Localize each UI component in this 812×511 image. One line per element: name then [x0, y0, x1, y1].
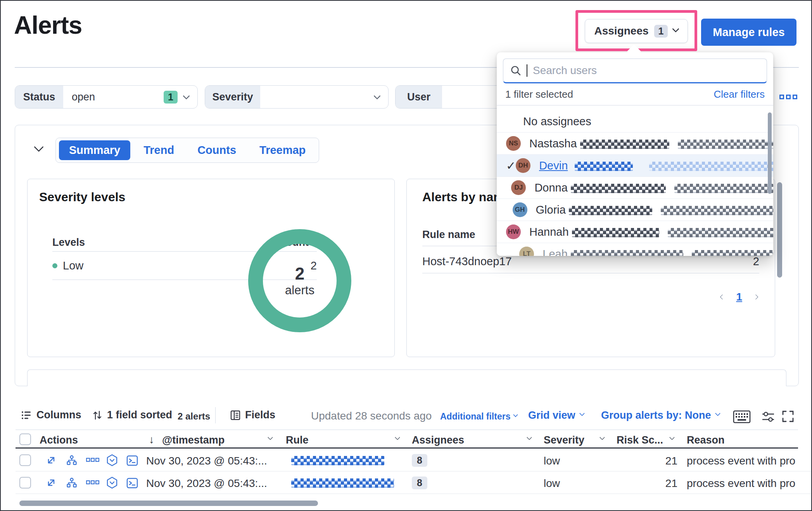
col-header-risk-score[interactable]: Risk Sc...: [617, 434, 663, 446]
keyboard-shortcuts-icon[interactable]: [733, 410, 751, 423]
redacted-name: [572, 228, 659, 237]
toolbar-divider: [215, 407, 216, 423]
tab-summary[interactable]: Summary: [59, 140, 130, 160]
rule-link-redacted[interactable]: [291, 456, 384, 465]
col-header-timestamp[interactable]: @timestamp: [162, 434, 225, 446]
option-user-hannah[interactable]: HW Hannah: [497, 221, 773, 243]
clear-filters-link[interactable]: Clear filters: [714, 88, 765, 100]
page-vertical-scrollbar[interactable]: [777, 182, 782, 278]
chevron-down-icon: [373, 92, 380, 99]
redacted-email: [668, 228, 773, 237]
col-header-reason: Reason: [687, 434, 725, 446]
reason-cell[interactable]: process event with pro: [687, 477, 795, 490]
search-users-input[interactable]: Search users: [503, 59, 767, 83]
assignees-count-cell[interactable]: 8: [412, 454, 427, 467]
analyze-event-icon[interactable]: [66, 454, 78, 466]
severity-levels-title: Severity levels: [39, 190, 125, 204]
search-placeholder: Search users: [533, 64, 597, 77]
collapse-chevron-icon[interactable]: [34, 142, 43, 152]
assignees-filter-button[interactable]: Assignees 1: [585, 19, 688, 43]
square-dot: [786, 95, 791, 99]
status-filter[interactable]: Status open 1: [15, 85, 198, 109]
grid-view-button[interactable]: Grid view: [528, 409, 584, 421]
tab-counts[interactable]: Counts: [187, 140, 246, 160]
user-first-name: Gloria: [536, 204, 566, 216]
text-cursor: [527, 64, 527, 77]
redacted-email: [692, 250, 773, 256]
view-tab-group: Summary Trend Counts Treemap: [55, 138, 319, 163]
columns-button[interactable]: Columns: [21, 409, 81, 421]
session-view-icon[interactable]: [106, 454, 118, 466]
page-number[interactable]: 1: [736, 291, 742, 303]
chevron-down-icon[interactable]: [268, 435, 273, 440]
square-dot: [793, 95, 797, 99]
square-dot: [779, 95, 784, 99]
inspect-controls-icon[interactable]: [762, 411, 775, 423]
group-alerts-by-button[interactable]: Group alerts by: None: [601, 409, 720, 421]
redacted-name: [575, 162, 633, 171]
session-view-icon[interactable]: [106, 476, 118, 489]
row-checkbox[interactable]: [19, 454, 31, 466]
fullscreen-icon[interactable]: [782, 410, 794, 423]
updated-timestamp: Updated 28 seconds ago: [311, 410, 432, 422]
more-filters-icon[interactable]: [779, 95, 797, 99]
reason-cell[interactable]: process event with pro: [687, 455, 795, 467]
donut-total-label: alerts: [285, 283, 314, 297]
assignees-count-cell[interactable]: 8: [412, 476, 427, 489]
terminal-icon[interactable]: [126, 477, 138, 489]
avatar: DH: [516, 158, 530, 173]
alerts-donut-chart: 2 alerts: [248, 229, 351, 332]
option-user-gloria[interactable]: GH Gloria: [497, 199, 773, 221]
columns-icon: [21, 410, 32, 421]
option-no-assignees[interactable]: No assignees: [497, 110, 773, 133]
expand-alert-icon[interactable]: [45, 477, 57, 489]
pagination: 1: [720, 291, 758, 303]
next-page-icon[interactable]: [753, 294, 758, 300]
popup-vertical-scrollbar[interactable]: [768, 112, 772, 194]
alert-count-label: 2 alerts: [178, 411, 210, 422]
filter-selected-summary: 1 filter selected: [505, 88, 573, 100]
option-user-devin[interactable]: ✓ DH Devin: [497, 155, 773, 177]
chevron-down-icon[interactable]: [395, 435, 400, 440]
chevron-down-icon[interactable]: [599, 435, 605, 440]
terminal-icon[interactable]: [126, 455, 138, 466]
table-horizontal-scrollbar[interactable]: [19, 501, 318, 506]
severity-cell: low: [544, 455, 560, 467]
col-header-assignees[interactable]: Assignees: [412, 434, 464, 446]
severity-levels-card: Severity levels Levels Count ↓ Low 2: [27, 179, 395, 357]
manage-rules-button[interactable]: Manage rules: [701, 19, 796, 46]
additional-filters-button[interactable]: Additional filters: [440, 411, 517, 422]
risk-score-cell: 21: [659, 455, 677, 467]
option-user-leah[interactable]: LT Leah: [497, 243, 773, 256]
row-checkbox[interactable]: [19, 477, 31, 489]
col-header-severity[interactable]: Severity: [544, 434, 584, 446]
option-user-nastasha[interactable]: NS Nastasha: [497, 133, 773, 155]
col-header-rule[interactable]: Rule: [286, 434, 309, 446]
fields-button[interactable]: Fields: [230, 409, 275, 421]
severity-filter[interactable]: Severity: [205, 85, 389, 109]
sorted-fields-button[interactable]: 1 field sorted: [92, 409, 172, 421]
tab-trend[interactable]: Trend: [133, 140, 184, 160]
previous-page-icon[interactable]: [720, 294, 725, 300]
chevron-down-icon[interactable]: [527, 435, 532, 440]
user-first-name[interactable]: Devin: [539, 159, 568, 172]
tab-treemap[interactable]: Treemap: [249, 140, 316, 160]
chevron-down-icon[interactable]: [669, 435, 675, 440]
avatar: DJ: [511, 180, 526, 195]
chevron-down-icon: [183, 92, 190, 99]
timestamp-cell: Nov 30, 2023 @ 05:43:...: [146, 477, 267, 490]
rule-name-cell[interactable]: Host-743dnoep17: [422, 255, 512, 268]
expand-alert-icon[interactable]: [45, 454, 57, 466]
select-all-checkbox[interactable]: [19, 433, 31, 445]
fields-label: Fields: [245, 409, 275, 421]
more-actions-icon[interactable]: [86, 479, 99, 485]
alert-table-row: Nov 30, 2023 @ 05:43:... 8 low 21 proces…: [16, 472, 812, 494]
avatar: HW: [506, 224, 521, 239]
alerts-table-header-row: Actions ↓ @timestamp Rule Assignees Seve…: [16, 430, 798, 449]
option-user-donna[interactable]: DJ Donna: [497, 177, 773, 199]
popup-meta-row: 1 filter selected Clear filters: [497, 83, 773, 105]
rule-link-redacted[interactable]: [291, 478, 394, 488]
severity-low-dot: [52, 263, 57, 268]
analyze-event-icon[interactable]: [66, 477, 78, 489]
more-actions-icon[interactable]: [86, 457, 99, 463]
